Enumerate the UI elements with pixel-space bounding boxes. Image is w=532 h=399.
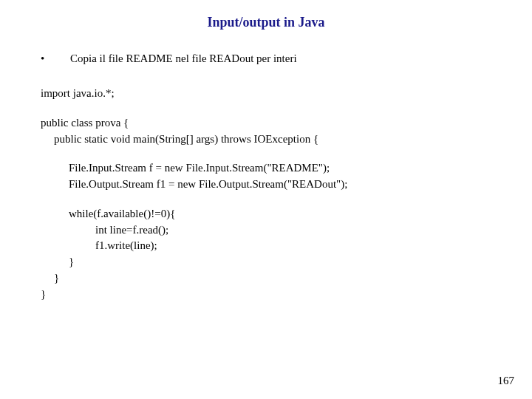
code-line: import java.io.*; — [41, 86, 491, 102]
code-line: while(f.available()!=0){ — [41, 206, 491, 222]
code-line: File.Input.Stream f = new File.Input.Str… — [41, 160, 491, 177]
code-line: } — [41, 287, 491, 303]
page-title: Input/output in Java — [41, 15, 491, 30]
page-number: 167 — [498, 375, 515, 387]
code-line: public class prova { — [41, 115, 491, 132]
code-line: f1.write(line); — [41, 238, 491, 254]
code-line: int line=f.read(); — [41, 222, 491, 239]
code-line: } — [41, 270, 491, 287]
bullet-text: Copia il file README nel file READout pe… — [70, 52, 491, 65]
code-block: import java.io.*; public class prova { p… — [41, 86, 491, 302]
code-line: File.Output.Stream f1 = new File.Output.… — [41, 177, 491, 193]
code-line: public static void main(String[] args) t… — [41, 132, 491, 148]
bullet-marker: • — [41, 52, 70, 65]
bullet-item: • Copia il file README nel file READout … — [41, 52, 491, 65]
code-line: } — [41, 254, 491, 270]
